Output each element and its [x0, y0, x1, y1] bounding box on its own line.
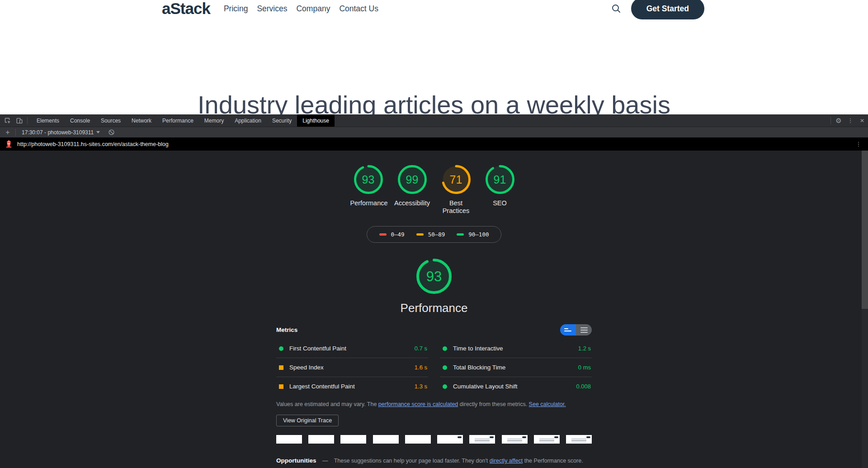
site-nav: PricingServicesCompanyContact Us	[219, 4, 383, 14]
devtools-tab-elements[interactable]: Elements	[31, 114, 65, 127]
text-fragment: directly from these metrics.	[458, 401, 528, 407]
url-more-options-icon[interactable]: ⋮	[853, 138, 864, 150]
devtools-tab-sources[interactable]: Sources	[95, 114, 126, 127]
scrollbar-thumb[interactable]	[862, 151, 868, 309]
opportunities-dash: —	[322, 458, 328, 464]
metric-value: 1.3 s	[415, 383, 427, 390]
opportunities-title: Opportunities	[276, 457, 316, 464]
filmstrip-thumbnail	[308, 435, 334, 444]
toolbar-divider	[15, 129, 16, 136]
devtools-tab-memory[interactable]: Memory	[199, 114, 229, 127]
devtools-tab-performance[interactable]: Performance	[157, 114, 199, 127]
metric-value: 0.008	[576, 383, 591, 390]
get-started-button[interactable]: Get Started	[631, 0, 704, 19]
view-original-trace-button[interactable]: View Original Trace	[276, 415, 339, 426]
report-url: http://photoweb-3109311.hs-sites.com/en/…	[17, 141, 169, 147]
score-value: 99	[406, 174, 419, 185]
metric-pass-circle-icon	[443, 365, 447, 370]
devtools-tab-lighthouse[interactable]: Lighthouse	[297, 114, 335, 127]
toolbar-divider	[830, 117, 831, 124]
nav-link-pricing[interactable]: Pricing	[219, 4, 253, 14]
score-gauge-seo[interactable]: 91 SEO	[478, 165, 522, 215]
metric-label: Total Blocking Time	[453, 364, 505, 371]
score-label: Best Practices	[438, 199, 474, 215]
close-devtools-icon[interactable]: ✕	[856, 115, 868, 127]
metric-label: First Contentful Paint	[289, 345, 346, 352]
metrics-title: Metrics	[276, 326, 297, 333]
devtools-tab-security[interactable]: Security	[267, 114, 297, 127]
legend-range: 0–49	[391, 231, 405, 238]
text-fragment: These suggestions can help your page loa…	[334, 458, 490, 464]
metrics-grid: First Contentful Paint 0.7 s Speed Index…	[276, 339, 592, 396]
filmstrip-thumbnail	[276, 435, 302, 444]
filmstrip-thumbnail	[469, 435, 495, 444]
metric-value: 1.2 s	[578, 345, 591, 352]
metric-row-cumulative-layout-shift: Cumulative Layout Shift 0.008	[440, 377, 592, 396]
settings-gear-icon[interactable]: ⚙	[833, 115, 844, 127]
lighthouse-report: 93 Performance 99 Accessibility 71 Best …	[0, 151, 868, 468]
metric-row-total-blocking-time: Total Blocking Time 0 ms	[440, 358, 592, 377]
metrics-column-left: First Contentful Paint 0.7 s Speed Index…	[276, 339, 428, 396]
opportunities-header: Opportunities — These suggestions can he…	[276, 457, 592, 464]
score-value: 93	[362, 174, 375, 185]
score-gauge-performance[interactable]: 93 Performance	[346, 165, 390, 215]
inline-link-performance-score-is-calculated[interactable]: performance score is calculated	[378, 401, 458, 407]
metrics-column-right: Time to Interactive 1.2 s Total Blocking…	[440, 339, 592, 396]
text-fragment: Values are estimated and may vary. The	[276, 401, 378, 407]
filmstrip-thumbnail	[340, 435, 366, 444]
legend-item: 50–89	[416, 231, 445, 238]
toggle-lines-icon	[580, 327, 588, 328]
filmstrip-thumbnail	[437, 435, 463, 444]
inline-link-see-calculator[interactable]: See calculator.	[529, 401, 566, 407]
metric-value: 0.7 s	[415, 345, 427, 352]
report-selector-label: 17:30:07 - photoweb-3109311	[22, 129, 94, 136]
device-toolbar-icon[interactable]	[14, 115, 25, 127]
devtools-tabs: ElementsConsoleSourcesNetworkPerformance…	[31, 114, 335, 127]
search-icon[interactable]	[611, 4, 621, 14]
report-selector[interactable]: 17:30:07 - photoweb-3109311	[22, 129, 100, 136]
metrics-header: Metrics	[276, 324, 592, 336]
toggle-lines-icon	[564, 328, 568, 329]
filmstrip-thumbnail	[502, 435, 528, 444]
legend-item: 0–49	[379, 231, 405, 238]
inline-link-directly-affect[interactable]: directly affect	[490, 458, 523, 464]
nav-link-services[interactable]: Services	[252, 4, 292, 14]
metric-label: Time to Interactive	[453, 345, 503, 352]
more-options-icon[interactable]: ⋮	[844, 115, 856, 127]
expanded-view-button[interactable]	[576, 324, 592, 336]
dropdown-arrow-icon	[96, 131, 100, 133]
devtools-tab-application[interactable]: Application	[229, 114, 267, 127]
site-header: aStack PricingServicesCompanyContact Us …	[0, 0, 868, 22]
report-body: Metrics First Contentful Paint	[276, 324, 592, 464]
toggle-lines-icon	[564, 331, 571, 331]
metric-value: 1.6 s	[415, 364, 427, 371]
score-gauge-accessibility[interactable]: 99 Accessibility	[390, 165, 434, 215]
metric-label: Largest Contentful Paint	[289, 383, 355, 390]
score-label: Accessibility	[394, 199, 430, 207]
filmstrip-thumbnail	[534, 435, 560, 444]
condensed-view-button[interactable]	[560, 324, 576, 336]
legend-item: 90–100	[457, 231, 489, 238]
nav-link-contact-us[interactable]: Contact Us	[335, 4, 383, 14]
gauge-circle: 99	[397, 165, 427, 194]
metric-row-first-contentful-paint: First Contentful Paint 0.7 s	[276, 339, 428, 358]
clear-reports-icon[interactable]	[105, 127, 117, 138]
inspect-element-icon[interactable]	[2, 115, 14, 127]
scrollbar[interactable]	[862, 151, 868, 468]
score-legend: 0–49 50–89 90–100	[367, 226, 502, 243]
metrics-disclaimer: Values are estimated and may vary. The p…	[276, 401, 592, 407]
gauge-circle: 93	[416, 258, 452, 294]
text-fragment: the Performance score.	[523, 458, 583, 464]
lighthouse-favicon	[6, 140, 12, 148]
legend-dash-icon	[457, 233, 464, 236]
nav-link-company[interactable]: Company	[292, 4, 335, 14]
devtools-tab-network[interactable]: Network	[126, 114, 157, 127]
score-gauge-best-practices[interactable]: 71 Best Practices	[434, 165, 478, 215]
devtools-tab-console[interactable]: Console	[65, 114, 95, 127]
site-logo[interactable]: aStack	[162, 0, 210, 18]
metric-row-speed-index: Speed Index 1.6 s	[276, 358, 428, 377]
gauge-circle: 93	[354, 165, 383, 194]
legend-wrap: 0–49 50–89 90–100	[0, 226, 868, 243]
score-value: 91	[494, 174, 506, 185]
new-report-plus-icon[interactable]: +	[2, 127, 14, 138]
